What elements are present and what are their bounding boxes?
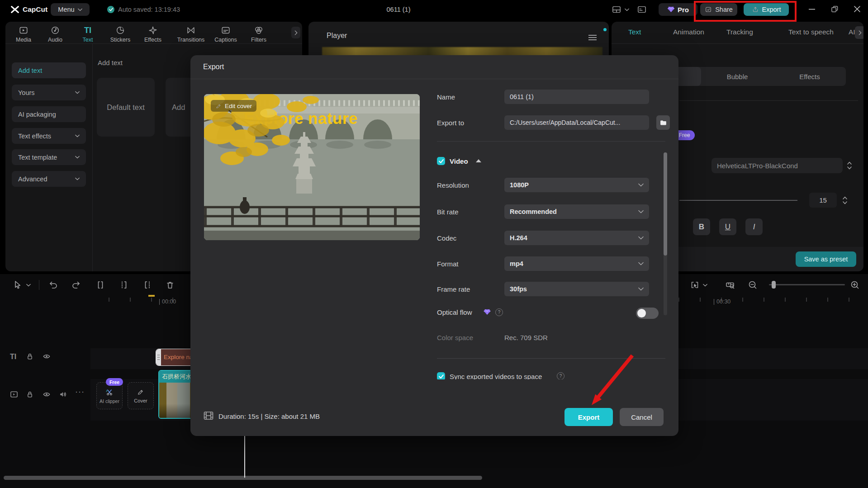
- autosave-check-icon: [107, 6, 114, 13]
- tab-effects[interactable]: Effects: [138, 25, 167, 43]
- player-title: Player: [327, 32, 347, 40]
- trash-icon[interactable]: [165, 280, 175, 290]
- timeline-zoom-slider[interactable]: [769, 284, 845, 285]
- video-frame-sliver: [322, 47, 602, 56]
- collapse-arrow-icon[interactable]: [476, 159, 481, 162]
- tab-filters[interactable]: Filters: [244, 25, 273, 43]
- select-tool-icon[interactable]: [12, 280, 23, 290]
- optical-flow-toggle[interactable]: [636, 308, 659, 319]
- bold-button[interactable]: B: [693, 218, 710, 235]
- font-select[interactable]: HelveticaLTPro-BlackCond: [711, 158, 843, 173]
- restore-button[interactable]: [831, 6, 838, 13]
- name-value: 0611 (1): [510, 93, 534, 100]
- resolution-select[interactable]: 1080P: [504, 178, 649, 192]
- codec-select[interactable]: H.264: [504, 231, 649, 245]
- layout-toggle-icon[interactable]: [612, 5, 621, 14]
- panel-settings-icon[interactable]: [637, 5, 647, 14]
- zoom-in-icon[interactable]: [849, 280, 860, 290]
- dialog-scrollbar-thumb[interactable]: [664, 152, 667, 256]
- select-tool-chevron-icon[interactable]: [26, 284, 31, 287]
- capcut-logo-icon: [10, 5, 20, 14]
- ai-clipper-button[interactable]: AI clipper: [96, 382, 123, 409]
- font-size-slider[interactable]: [679, 200, 797, 201]
- subtab-effects[interactable]: Effects: [773, 67, 846, 86]
- zoom-slider-handle[interactable]: [772, 281, 776, 289]
- layout-chevron-icon[interactable]: [625, 8, 629, 11]
- tab-text-to-speech[interactable]: Text to speech: [788, 28, 834, 36]
- tab-media[interactable]: Media: [9, 25, 38, 43]
- pro-badge[interactable]: Pro: [659, 3, 697, 16]
- subtab-bubble[interactable]: Bubble: [701, 67, 773, 86]
- text-track-lock-icon[interactable]: [25, 352, 34, 361]
- video-track-lock-icon[interactable]: [25, 390, 34, 399]
- sidebar-item-advanced[interactable]: Advanced: [12, 171, 86, 187]
- sidebar-item-add-text[interactable]: Add text: [12, 62, 86, 78]
- default-text-label: Default text: [107, 103, 144, 112]
- tab-text[interactable]: TI Text: [73, 25, 102, 43]
- browse-folder-button[interactable]: [656, 115, 670, 130]
- tab-tracking[interactable]: Tracking: [726, 28, 753, 36]
- annotation-highlight-box: [694, 1, 797, 22]
- tab-transitions[interactable]: Transitions: [174, 25, 208, 43]
- chevron-down-icon: [75, 91, 80, 94]
- framerate-label: Frame rate: [437, 282, 505, 296]
- sidebar-item-text-template[interactable]: Text template: [12, 149, 86, 165]
- export-path-input[interactable]: C:/Users/user/AppData/Local/CapCut...: [504, 115, 649, 130]
- sidebar-item-yours[interactable]: Yours: [12, 85, 86, 100]
- tabs-scroll-right-button[interactable]: [855, 26, 863, 39]
- ruler-ticks-right: [678, 298, 868, 302]
- delete-right-icon[interactable]: [142, 280, 153, 290]
- capcut-window: CapCut Menu Auto saved: 13:19:43 0611 (1…: [0, 0, 868, 488]
- font-size-field[interactable]: 15: [809, 193, 837, 208]
- redo-icon[interactable]: [71, 280, 81, 290]
- tab-text-props[interactable]: Text: [628, 28, 641, 36]
- playhead-line[interactable]: [244, 435, 245, 478]
- pencil-icon: [215, 103, 222, 109]
- delete-left-icon[interactable]: [119, 280, 129, 290]
- timeline-h-scrollbar[interactable]: [4, 476, 482, 480]
- text-track-visibility-icon[interactable]: [42, 352, 52, 361]
- cover-button[interactable]: Cover: [128, 382, 154, 409]
- bitrate-select[interactable]: Recommended: [504, 204, 649, 219]
- font-stepper[interactable]: [846, 160, 853, 171]
- edit-cover-button[interactable]: Edit cover: [211, 100, 256, 112]
- sync-checkbox[interactable]: [437, 372, 445, 379]
- video-track-mute-icon[interactable]: [58, 390, 68, 399]
- sync-help-icon[interactable]: ?: [557, 372, 564, 379]
- sidebar-item-text-effects[interactable]: Text effects: [12, 128, 86, 144]
- split-icon[interactable]: [95, 280, 106, 290]
- main-toolbar: Media Audio TI Text Stickers Effects Tra…: [5, 22, 302, 44]
- framerate-select[interactable]: 30fps: [504, 282, 649, 296]
- video-track-visibility-icon[interactable]: [42, 390, 52, 399]
- tab-captions[interactable]: Captions: [210, 25, 242, 43]
- close-button[interactable]: [854, 6, 860, 12]
- default-text-card[interactable]: Default text: [97, 78, 155, 137]
- font-size-stepper[interactable]: [842, 195, 848, 206]
- format-select[interactable]: mp4: [504, 256, 649, 271]
- tab-animation[interactable]: Animation: [673, 28, 704, 36]
- optical-flow-help-icon[interactable]: ?: [495, 308, 503, 316]
- toggle-knob: [637, 309, 646, 317]
- codec-value: H.264: [510, 234, 527, 242]
- tab-audio[interactable]: Audio: [41, 25, 70, 43]
- chevron-down-icon: [638, 183, 644, 187]
- undo-icon[interactable]: [48, 280, 59, 290]
- italic-button[interactable]: I: [745, 218, 763, 235]
- player-menu-icon[interactable]: [588, 34, 597, 41]
- sidebar-item-ai-packaging[interactable]: AI packaging: [12, 106, 86, 122]
- snap-tool-icon[interactable]: [689, 280, 700, 290]
- snap-chevron-icon[interactable]: [703, 284, 707, 287]
- underline-button[interactable]: U: [719, 218, 736, 235]
- tab-ai[interactable]: AI: [849, 28, 855, 36]
- clip-left-handle[interactable]: [156, 349, 161, 365]
- video-checkbox[interactable]: [437, 157, 445, 165]
- zoom-out-icon[interactable]: [747, 280, 758, 290]
- save-preset-button[interactable]: Save as preset: [796, 251, 856, 267]
- toolbar-expand-button[interactable]: [291, 27, 300, 38]
- timeline-scale-icon[interactable]: [725, 280, 735, 290]
- minimize-button[interactable]: [809, 9, 815, 10]
- menu-button[interactable]: Menu: [51, 3, 90, 16]
- tab-stickers[interactable]: Stickers: [106, 25, 135, 43]
- name-input[interactable]: 0611 (1): [504, 90, 649, 104]
- video-track-more-icon[interactable]: ···: [75, 387, 85, 397]
